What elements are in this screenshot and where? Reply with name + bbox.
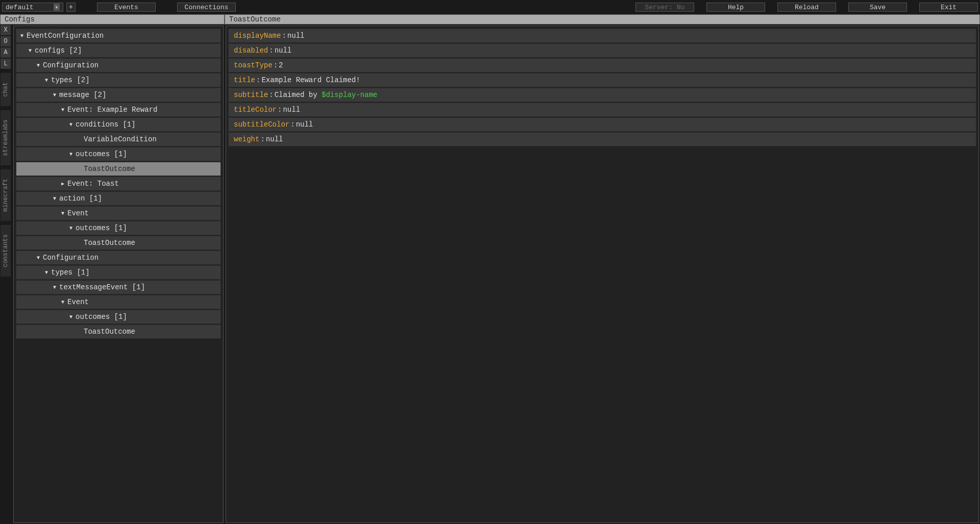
tree-label: VariableCondition	[84, 135, 157, 143]
tab-minecraft[interactable]: minecraft	[0, 169, 11, 221]
tab-streamlabs[interactable]: streamlabs	[0, 110, 11, 166]
configs-header: Configs	[0, 14, 225, 24]
tree-label: conditions [1]	[76, 120, 136, 129]
tree-row[interactable]: ▼ conditions [1]	[16, 117, 221, 132]
separator: :	[256, 76, 260, 84]
tool-o[interactable]: O	[0, 36, 11, 47]
tree-label: EventConfiguration	[27, 32, 104, 40]
property-key: subtitleColor	[234, 120, 289, 129]
property-row[interactable]: titleColor: null	[228, 103, 976, 117]
tree-row[interactable]: ▼ configs [2]	[16, 43, 221, 58]
events-button[interactable]: Events	[97, 3, 156, 12]
tree-label: ToastOutcome	[84, 239, 135, 247]
separator: :	[274, 61, 278, 69]
body: Configs X O A L chat streamlabs minecraf…	[0, 14, 980, 524]
caret-down-icon: ▼	[37, 63, 43, 68]
tree-row[interactable]: ▼ types [2]	[16, 73, 221, 87]
chevron-down-icon: ▼	[54, 4, 60, 11]
tree-row[interactable]: ToastOutcome	[16, 236, 221, 250]
tree-row[interactable]: ▼ textMessageEvent [1]	[16, 280, 221, 294]
caret-down-icon: ▼	[69, 226, 76, 231]
caret-down-icon: ▼	[45, 78, 51, 83]
config-tree: ▼ EventConfiguration▼ configs [2]▼ Confi…	[13, 26, 224, 523]
dropdown-value: default	[6, 4, 34, 11]
save-button[interactable]: Save	[848, 3, 907, 12]
property-key: titleColor	[234, 106, 277, 114]
tree-label: outcomes [1]	[76, 224, 127, 232]
help-button[interactable]: Help	[706, 3, 765, 12]
property-key: displayName	[234, 32, 281, 40]
tree-row[interactable]: ▼ Configuration	[16, 58, 221, 72]
caret-right-icon: ▶	[61, 181, 67, 187]
separator: :	[260, 135, 264, 143]
caret-down-icon: ▼	[20, 33, 27, 39]
property-value: null	[296, 120, 313, 129]
tree-label: Event: Toast	[67, 180, 119, 188]
separator: :	[269, 91, 273, 99]
tree-row[interactable]: ToastOutcome	[16, 325, 221, 339]
exit-button[interactable]: Exit	[919, 3, 978, 12]
property-key: disabled	[234, 46, 268, 55]
tool-a[interactable]: A	[0, 47, 11, 58]
tree-row[interactable]: ToastOutcome	[16, 162, 221, 176]
property-row[interactable]: disabled: null	[228, 43, 976, 58]
property-row[interactable]: title: Example Reward Claimed!	[228, 73, 976, 87]
tree-row[interactable]: ▼ Configuration	[16, 251, 221, 265]
tree-row[interactable]: VariableCondition	[16, 132, 221, 146]
caret-down-icon: ▼	[37, 255, 43, 261]
tree-label: types [1]	[51, 268, 90, 277]
tool-x[interactable]: X	[0, 24, 11, 36]
tree-row[interactable]: ▶ Event: Toast	[16, 177, 221, 191]
tab-chat[interactable]: chat	[0, 72, 11, 107]
tree-row[interactable]: ▼ action [1]	[16, 191, 221, 206]
caret-down-icon: ▼	[53, 285, 59, 290]
property-row[interactable]: weight: null	[228, 132, 976, 146]
tree-row[interactable]: ▼ message [2]	[16, 88, 221, 102]
tree-row[interactable]: ▼ Event: Example Reward	[16, 103, 221, 117]
property-key: toastType	[234, 61, 273, 69]
profile-dropdown[interactable]: default ▼	[2, 3, 63, 12]
tree-row[interactable]: ▼ outcomes [1]	[16, 221, 221, 235]
property-row[interactable]: subtitle: Claimed by $display-name	[228, 88, 976, 102]
caret-down-icon: ▼	[45, 270, 51, 276]
property-list: displayName: nulldisabled: nulltoastType…	[226, 26, 979, 523]
property-value: 2	[279, 61, 283, 69]
tree-label: message [2]	[59, 91, 106, 99]
tree-label: types [2]	[51, 76, 90, 84]
caret-down-icon: ▼	[69, 122, 76, 128]
property-row[interactable]: subtitleColor: null	[228, 117, 976, 132]
tree-label: configs [2]	[35, 46, 82, 55]
tree-row[interactable]: ▼ outcomes [1]	[16, 310, 221, 324]
property-row[interactable]: toastType: 2	[228, 58, 976, 72]
tree-row[interactable]: ▼ types [1]	[16, 265, 221, 280]
tree-row[interactable]: ▼ Event	[16, 206, 221, 220]
toolbar: default ▼ + Events Connections Server: N…	[0, 0, 980, 14]
server-status: Server: No	[635, 3, 694, 12]
reload-button[interactable]: Reload	[777, 3, 836, 12]
tree-label: Configuration	[43, 61, 99, 69]
detail-header: ToastOutcome	[225, 14, 980, 24]
caret-down-icon: ▼	[61, 300, 67, 305]
property-value: null	[275, 46, 292, 55]
right-panel: ToastOutcome displayName: nulldisabled: …	[225, 14, 980, 524]
caret-down-icon: ▼	[61, 107, 67, 113]
property-row[interactable]: displayName: null	[228, 29, 976, 43]
connections-button[interactable]: Connections	[177, 3, 236, 12]
separator: :	[290, 120, 295, 129]
tree-label: Event: Example Reward	[67, 106, 157, 114]
tab-constants[interactable]: constants	[0, 224, 11, 277]
tree-row[interactable]: ▼ EventConfiguration	[16, 29, 221, 43]
property-value: Claimed by $display-name	[275, 91, 378, 99]
tree-label: action [1]	[59, 194, 102, 203]
property-value: null	[266, 135, 283, 143]
add-button[interactable]: +	[66, 3, 76, 12]
property-key: title	[234, 76, 255, 84]
separator: :	[269, 46, 273, 55]
caret-down-icon: ▼	[53, 196, 59, 202]
tree-label: Configuration	[43, 254, 99, 262]
tree-row[interactable]: ▼ outcomes [1]	[16, 147, 221, 161]
tool-l[interactable]: L	[0, 58, 11, 69]
separator: :	[278, 106, 282, 114]
tree-row[interactable]: ▼ Event	[16, 295, 221, 309]
separator: :	[282, 32, 286, 40]
